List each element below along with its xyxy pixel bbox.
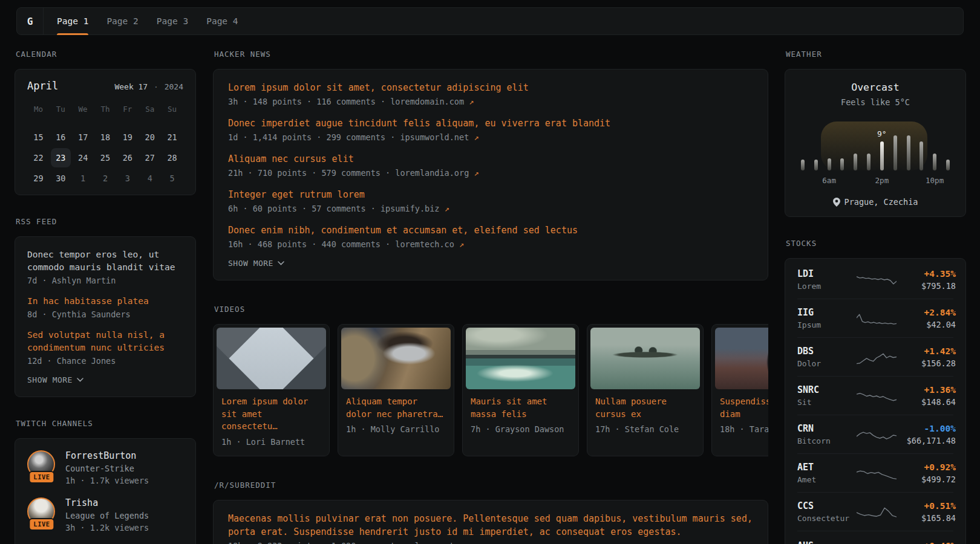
stock-price: $42.04 (897, 320, 956, 329)
weather-current-temp: 9° (877, 129, 887, 138)
twitch-channel-name[interactable]: Trisha (65, 497, 149, 508)
hackernews-item-title[interactable]: Aliquam nec cursus elit (228, 152, 753, 166)
app-logo[interactable]: G (17, 8, 44, 34)
page-tab[interactable]: Page 3 (157, 8, 188, 34)
rss-item-title[interactable]: Donec tempor eros leo, ut commodo mauris… (27, 248, 183, 274)
rss-item-meta: 8d · Cynthia Saunders (27, 309, 183, 319)
stocks-section-title: STOCKS (786, 239, 966, 248)
rss-item-title[interactable]: In hac habitasse platea (27, 295, 183, 308)
rss-item: Donec tempor eros leo, ut commodo mauris… (27, 248, 183, 285)
external-link-icon: ↗ (479, 541, 484, 544)
stock-sparkline (857, 272, 897, 288)
video-card[interactable]: Lorem ipsum dolor sit amet consectetu… 1… (213, 324, 330, 456)
weather-feels-like: Feels like 5°C (800, 97, 951, 107)
hackernews-item: Integer eget rutrum lorem 6h · 60 points… (228, 188, 753, 213)
hackernews-meta-text: 21h · 710 points · 579 comments · loreml… (228, 168, 469, 178)
weather-location-text: Prague, Czechia (844, 197, 918, 207)
location-pin-icon (833, 198, 840, 207)
weather-bar (907, 135, 910, 170)
weather-bar-column (840, 120, 844, 170)
video-thumbnail[interactable] (715, 328, 768, 389)
stock-id: IIG Ipsum (797, 307, 857, 329)
calendar-day: 4 (140, 169, 160, 188)
page-tab[interactable]: Page 4 (206, 8, 238, 34)
video-title[interactable]: Suspendisse porta diam (720, 395, 768, 420)
twitch-channel-row[interactable]: LIVE Trisha League of Legends 3h · 1.2k … (27, 497, 183, 533)
video-title[interactable]: Mauris sit amet massa felis (471, 395, 570, 420)
rss-show-more-button[interactable]: SHOW MORE (27, 375, 83, 384)
subreddit-list: Maecenas mollis pulvinar erat non posuer… (228, 512, 753, 544)
calendar-day: 17 (73, 128, 93, 147)
stock-change: +1.36% (897, 385, 956, 395)
calendar-day: 2 (96, 169, 116, 188)
hackernews-item: Donec enim nibh, condimentum et accumsan… (228, 224, 753, 249)
stock-row[interactable]: CRN Bitcorn -1.00% $66,171.48 (797, 415, 953, 453)
stock-row[interactable]: IIG Ipsum +2.84% $42.04 (797, 299, 953, 337)
page-tab[interactable]: Page 2 (106, 8, 138, 34)
stock-name: Lorem (797, 282, 857, 291)
weather-bar-column: 6am (828, 120, 831, 170)
video-card[interactable]: Nullam posuere cursus ex 17h · Stefan Co… (587, 324, 704, 456)
video-thumbnail[interactable] (341, 328, 451, 389)
subreddit-item-title[interactable]: Maecenas mollis pulvinar erat non posuer… (228, 512, 753, 539)
stock-row[interactable]: AHS +0.46% (797, 531, 953, 544)
twitch-channel-row[interactable]: LIVE ForrestBurton Counter-Strike 1h · 1… (27, 450, 183, 485)
hackernews-item-title[interactable]: Integer eget rutrum lorem (228, 188, 753, 201)
video-title[interactable]: Nullam posuere cursus ex (595, 395, 695, 420)
calendar-day: 22 (28, 148, 48, 167)
page-tab[interactable]: Page 1 (57, 8, 88, 34)
stock-row[interactable]: CCS Consectetur +0.51% $165.84 (797, 492, 953, 531)
subreddit-meta-text: 19h · 9,932 points · 1,090 comments · lo… (228, 541, 474, 544)
videos-section-title: VIDEOS (214, 305, 768, 314)
calendar-day: 16 (51, 128, 71, 147)
stock-row[interactable]: SNRC Sit +1.36% $148.64 (797, 376, 953, 415)
calendar-year: 2024 (165, 82, 183, 91)
stock-change: +2.84% (897, 308, 956, 317)
weather-bar-column (946, 120, 950, 170)
calendar-days-grid: 1516171819202122232425262728293012345 (27, 127, 183, 189)
chevron-down-icon (278, 261, 284, 265)
twitch-channel-game: Counter-Strike (65, 464, 149, 473)
video-title[interactable]: Aliquam tempor dolor nec pharetra… (346, 395, 446, 420)
stock-ticker: LDI (797, 268, 857, 279)
calendar-day: 1 (73, 169, 93, 188)
stock-values: -1.00% $66,171.48 (897, 424, 956, 445)
video-thumbnail[interactable] (466, 328, 575, 389)
rss-item-meta: 12d · Chance Jones (27, 356, 183, 366)
hackernews-item: Lorem ipsum dolor sit amet, consectetur … (228, 81, 753, 106)
video-card[interactable]: Suspendisse porta diam 18h · Tara (711, 324, 768, 456)
hackernews-item-title[interactable]: Donec enim nibh, condimentum et accumsan… (228, 224, 753, 237)
video-thumbnail[interactable] (217, 328, 326, 389)
stock-id: AET Amet (797, 462, 857, 484)
stock-price: $165.84 (897, 513, 956, 523)
video-card[interactable]: Mauris sit amet massa felis 7h · Grayson… (462, 324, 579, 456)
weather-bar-column: 9° 2pm (880, 120, 884, 170)
hackernews-show-more-button[interactable]: SHOW MORE (228, 259, 284, 268)
video-card[interactable]: Aliquam tempor dolor nec pharetra… 1h · … (338, 324, 454, 456)
stock-row[interactable]: DBS Dolor +1.42% $156.28 (797, 337, 953, 376)
hackernews-item-title[interactable]: Donec imperdiet augue tincidunt felis al… (228, 117, 753, 130)
calendar-day: 26 (117, 148, 137, 167)
stock-change: -1.00% (897, 424, 956, 433)
twitch-channel-viewers: 3h · 1.2k viewers (65, 523, 149, 533)
calendar-day: 29 (28, 169, 48, 188)
weekday-label: Fr (116, 99, 139, 120)
stock-price: $66,171.48 (897, 436, 956, 445)
stock-change: +0.51% (897, 501, 956, 511)
stocks-widget: LDI Lorem +4.35% $795.18 IIG Ipsum (785, 258, 966, 544)
rss-item-title[interactable]: Sed volutpat nulla nisl, a condimentum n… (27, 329, 183, 354)
external-link-icon: ↗ (459, 239, 464, 249)
stock-row[interactable]: LDI Lorem +4.35% $795.18 (797, 261, 953, 299)
stock-id: DBS Dolor (797, 346, 857, 368)
weekday-label: We (72, 99, 94, 120)
stock-values: +0.46% (897, 541, 956, 544)
stock-name: Ipsum (797, 320, 857, 329)
stock-row[interactable]: AET Amet +0.92% $499.72 (797, 453, 953, 492)
stock-values: +1.42% $156.28 (897, 346, 956, 368)
video-thumbnail[interactable] (590, 328, 700, 389)
stock-sparkline (857, 388, 897, 404)
video-title[interactable]: Lorem ipsum dolor sit amet consectetu… (221, 395, 321, 433)
hackernews-meta-text: 16h · 468 points · 440 comments · loremt… (228, 239, 454, 249)
twitch-channel-name[interactable]: ForrestBurton (65, 450, 149, 461)
hackernews-item-title[interactable]: Lorem ipsum dolor sit amet, consectetur … (228, 81, 753, 94)
